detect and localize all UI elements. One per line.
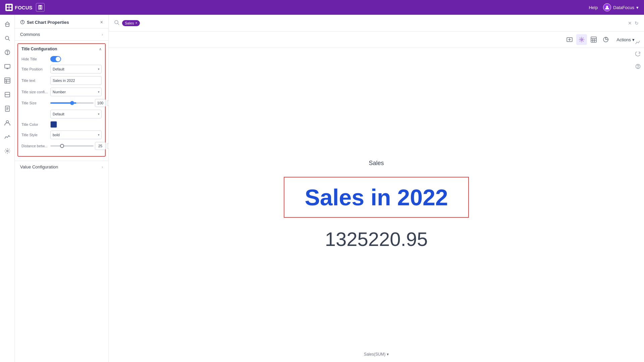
toolbar-table-icon[interactable] xyxy=(588,34,599,45)
title-position-select-wrapper: Default ▾ xyxy=(50,65,102,73)
sidebar-table-icon[interactable] xyxy=(1,74,13,87)
svg-rect-37 xyxy=(591,37,596,42)
title-position-label: Title Position xyxy=(21,67,48,71)
svg-rect-2 xyxy=(7,8,9,10)
user-label: DataFocus xyxy=(613,5,634,10)
distance-slider[interactable] xyxy=(50,145,94,147)
svg-rect-8 xyxy=(6,24,9,27)
panel-title-text: Set Chart Properties xyxy=(27,20,69,25)
title-size-slider[interactable] xyxy=(50,102,94,104)
actions-label: Actions xyxy=(616,37,631,42)
svg-line-10 xyxy=(8,39,10,41)
chart-footer-chevron-icon: ▾ xyxy=(387,352,389,357)
distance-value-input[interactable] xyxy=(95,142,106,150)
distance-slider-row: + xyxy=(50,142,109,150)
chart-footer[interactable]: Sales(SUM) ▾ xyxy=(364,352,389,357)
toolbar-chart-icon[interactable] xyxy=(600,34,611,45)
sidebar-report-icon[interactable] xyxy=(1,103,13,115)
hide-title-toggle[interactable] xyxy=(50,56,61,62)
sidebar-icons xyxy=(0,15,15,362)
search-icon xyxy=(114,20,119,26)
value-config-label: Value Configuration xyxy=(20,164,58,169)
svg-point-31 xyxy=(115,20,118,24)
title-size-row: Title Size + xyxy=(21,99,102,107)
panel-header: Set Chart Properties × xyxy=(15,15,108,29)
title-size-dropdown-row: Default ▾ xyxy=(21,110,102,118)
right-edge-buttons xyxy=(632,35,644,74)
title-size-dropdown-wrapper: Default ▾ xyxy=(50,110,102,118)
search-tag-label: Sales xyxy=(125,21,134,25)
content-area: Sales × ✕ ↻ xyxy=(109,15,644,362)
title-size-config-select[interactable]: Number xyxy=(50,88,102,96)
svg-point-12 xyxy=(7,54,7,54)
title-config-title: Title Configuration xyxy=(21,47,57,51)
title-color-label: Title Color xyxy=(21,122,48,126)
chart-kpi-value: 1325220.95 xyxy=(325,228,428,250)
app-logo[interactable]: FOCUS xyxy=(5,4,33,11)
help-link[interactable]: Help xyxy=(589,5,598,10)
title-size-value-input[interactable] xyxy=(95,99,106,107)
title-size-label: Title Size xyxy=(21,101,48,105)
value-config-section[interactable]: Value Configuration › xyxy=(15,161,108,173)
save-button[interactable] xyxy=(36,3,45,12)
sidebar-user-icon[interactable] xyxy=(1,117,13,129)
hide-title-label: Hide Title xyxy=(21,57,48,61)
title-position-row: Title Position Default ▾ xyxy=(21,65,102,73)
title-config-header[interactable]: Title Configuration ∧ xyxy=(18,44,105,54)
value-config-chevron-icon: › xyxy=(102,165,103,169)
edge-line-chart-icon[interactable] xyxy=(633,38,643,47)
title-size-config-label: Title size confi... xyxy=(21,90,48,94)
svg-point-36 xyxy=(581,39,583,41)
title-size-config-row: Title size confi... Number ▾ xyxy=(21,88,102,96)
commons-section[interactable]: Commons › xyxy=(15,29,108,41)
svg-point-9 xyxy=(5,36,9,40)
sidebar-layers-icon[interactable] xyxy=(1,89,13,101)
title-size-dropdown-select[interactable]: Default xyxy=(50,110,102,118)
svg-rect-0 xyxy=(7,5,9,7)
title-config-body: Hide Title Title Position Default ▾ xyxy=(18,54,105,156)
logo-icon xyxy=(5,4,13,11)
chart-kpi-title: Sales in 2022 xyxy=(284,177,469,218)
search-tag-close-button[interactable]: × xyxy=(136,21,138,25)
search-tag: Sales × xyxy=(122,20,140,26)
toolbar-kpi-icon[interactable] xyxy=(564,34,575,45)
svg-rect-6 xyxy=(39,7,41,9)
app-name: FOCUS xyxy=(15,5,33,10)
user-chevron: ▾ xyxy=(636,5,639,10)
svg-rect-3 xyxy=(9,8,11,10)
title-style-select[interactable]: bold xyxy=(50,131,102,139)
sidebar-search-icon[interactable] xyxy=(1,32,13,44)
title-color-row: Title Color xyxy=(21,121,102,128)
svg-rect-5 xyxy=(39,5,41,7)
svg-point-27 xyxy=(6,150,8,152)
title-size-config-select-wrapper: Number ▾ xyxy=(50,88,102,96)
edge-help-icon[interactable] xyxy=(633,62,643,71)
sidebar-help-icon[interactable] xyxy=(1,46,13,58)
title-size-slider-row: + xyxy=(50,99,109,107)
svg-point-30 xyxy=(22,21,22,21)
edge-refresh-icon[interactable] xyxy=(633,50,643,59)
search-refresh-button[interactable]: ↻ xyxy=(635,20,639,26)
search-clear-button[interactable]: ✕ xyxy=(628,20,632,26)
chart-area: Sales Sales in 2022 1325220.95 Sales(SUM… xyxy=(109,48,644,362)
title-text-input[interactable] xyxy=(50,76,102,85)
title-text-label: Title text xyxy=(21,79,48,83)
main-layout: Set Chart Properties × Commons › Title C… xyxy=(0,15,644,362)
toggle-knob xyxy=(56,57,60,61)
sidebar-home-icon[interactable] xyxy=(1,18,13,30)
title-color-swatch[interactable] xyxy=(50,121,57,128)
toolbar-settings-button[interactable] xyxy=(576,34,587,45)
sidebar-analytics-icon[interactable] xyxy=(1,131,13,143)
chart-footer-label: Sales(SUM) xyxy=(364,352,386,357)
commons-chevron-icon: › xyxy=(102,32,103,37)
panel-title: Set Chart Properties xyxy=(20,20,69,25)
search-bar: Sales × ✕ ↻ xyxy=(109,15,644,32)
user-menu[interactable]: DataFocus ▾ xyxy=(603,3,639,11)
svg-rect-16 xyxy=(5,78,10,83)
title-position-select[interactable]: Default xyxy=(50,65,102,73)
sidebar-settings-icon[interactable] xyxy=(1,145,13,157)
svg-point-45 xyxy=(638,67,638,68)
sidebar-monitor-icon[interactable] xyxy=(1,60,13,72)
panel-close-button[interactable]: × xyxy=(100,19,103,25)
svg-line-32 xyxy=(118,23,119,25)
